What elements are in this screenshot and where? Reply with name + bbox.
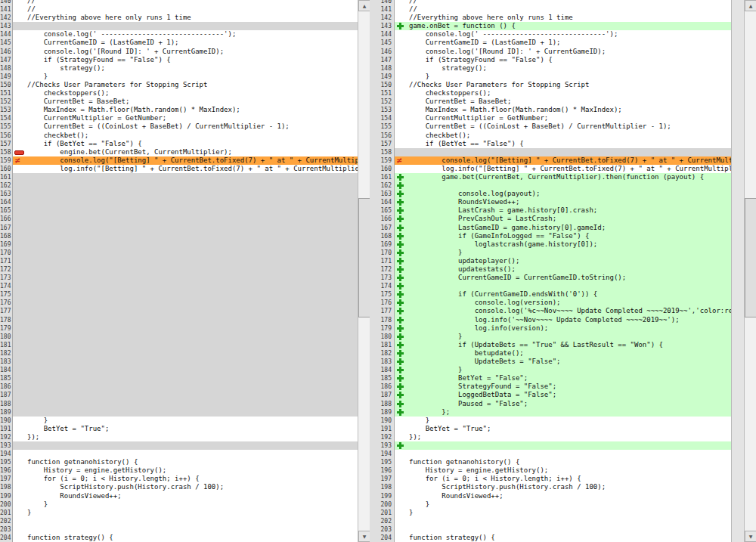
code-line[interactable]: 157 if (BetYet == "False") {: [370, 140, 731, 148]
code-line[interactable]: 171 updateplayer();: [370, 257, 731, 265]
code-line[interactable]: 141//: [370, 5, 731, 14]
code-line[interactable]: 186 StrategyFound = "False";: [370, 382, 731, 391]
code-line[interactable]: 158: [370, 148, 731, 156]
code-line[interactable]: 170 }: [370, 249, 731, 257]
code-line[interactable]: 195function getnanohistory() {: [0, 458, 358, 466]
code-line[interactable]: 187: [0, 391, 358, 399]
code-line[interactable]: 168: [0, 232, 358, 240]
scroll-down-icon[interactable]: ▼: [745, 531, 756, 542]
code-line[interactable]: 177: [0, 307, 358, 315]
code-line[interactable]: 203: [0, 525, 358, 534]
code-line[interactable]: 155 CurrentBet = ((CoinLost + BaseBet) /…: [370, 122, 731, 131]
code-line[interactable]: 163 console.log(payout);: [370, 190, 731, 198]
code-line[interactable]: 190 }: [370, 417, 731, 425]
code-line[interactable]: 149 }: [0, 73, 358, 81]
code-line[interactable]: 184: [0, 366, 358, 374]
code-line[interactable]: 175 if (CurrentGameID.endsWith('0')) {: [370, 290, 731, 299]
code-line[interactable]: 187 LoggedBetData = "False";: [370, 391, 731, 399]
code-line[interactable]: 201}: [0, 509, 358, 517]
code-line[interactable]: 161: [0, 173, 358, 181]
code-line[interactable]: 175: [0, 290, 358, 299]
code-line[interactable]: 173 CurrentGameID = CurrentGameID.toStri…: [370, 274, 731, 282]
code-line[interactable]: 173: [0, 274, 358, 282]
code-line[interactable]: 143: [0, 22, 358, 30]
code-line[interactable]: 169 loglastcrash(game.history[0]);: [370, 240, 731, 249]
code-line[interactable]: 193: [370, 441, 731, 450]
code-line[interactable]: 201}: [370, 509, 731, 517]
code-line[interactable]: 182: [0, 349, 358, 358]
code-line[interactable]: 176 console.log(version);: [370, 299, 731, 307]
code-line[interactable]: 156 checkbet();: [370, 132, 731, 140]
code-line[interactable]: 145 CurrentGameID = (LastGameID + 1);: [0, 39, 358, 47]
code-line[interactable]: 151 checkstoppers();: [370, 89, 731, 98]
code-line[interactable]: 165: [0, 206, 358, 215]
code-line[interactable]: 178 log.info('~~Nov~~~~ Update Completed…: [370, 316, 731, 324]
code-line[interactable]: 154 CurrentMultiplier = GetNumber;: [0, 114, 358, 122]
code-line[interactable]: 199 RoundsViewed++;: [0, 492, 358, 500]
code-line[interactable]: 179 log.info(version);: [370, 324, 731, 333]
code-line[interactable]: 197 for (i = 0; i < History.length; i++)…: [0, 475, 358, 483]
code-line[interactable]: 171: [0, 257, 358, 265]
code-line[interactable]: 164 RoundsViewed++;: [370, 198, 731, 206]
code-line[interactable]: 144 console.log(' ----------------------…: [370, 30, 731, 39]
code-line[interactable]: 144 console.log(' ----------------------…: [0, 30, 358, 39]
code-line[interactable]: 193: [0, 441, 358, 450]
code-line[interactable]: 154 CurrentMultiplier = GetNumber;: [370, 114, 731, 122]
code-line[interactable]: 177 console.log('%c~~Nov~~~~ Update Comp…: [370, 307, 731, 315]
code-line[interactable]: 204function strategy() {: [370, 534, 731, 542]
code-line[interactable]: 145 CurrentGameID = (LastGameID + 1);: [370, 39, 731, 47]
code-line[interactable]: 153 MaxIndex = Math.floor(Math.random() …: [0, 106, 358, 114]
code-line[interactable]: 148 strategy();: [0, 64, 358, 73]
code-line[interactable]: 181 if (UpdateBets == "True" && LastResu…: [370, 341, 731, 349]
code-line[interactable]: 147 if (StrategyFound == "False") {: [370, 56, 731, 64]
code-line[interactable]: 189: [0, 408, 358, 417]
code-line[interactable]: 167: [0, 224, 358, 232]
code-line[interactable]: 192});: [370, 433, 731, 441]
code-line[interactable]: 183 UpdateBets = "False";: [370, 358, 731, 366]
code-line[interactable]: 150//Checks User Parameters for Stopping…: [0, 81, 358, 89]
code-line[interactable]: 148 strategy();: [370, 64, 731, 73]
code-line[interactable]: 157 if (BetYet == "False") {: [0, 140, 358, 148]
code-line[interactable]: 167 LastGameID = game.history[0].gameId;: [370, 224, 731, 232]
code-line[interactable]: 150//Checks User Parameters for Stopping…: [370, 81, 731, 89]
code-line[interactable]: 162: [370, 181, 731, 190]
code-line[interactable]: 156 checkbet();: [0, 132, 358, 140]
code-line[interactable]: 142//Everything above here only runs 1 t…: [370, 14, 731, 22]
code-line[interactable]: 172 updatestats();: [370, 265, 731, 274]
code-line[interactable]: 146 console.log('[Round ID]: ' + Current…: [0, 48, 358, 56]
code-line[interactable]: 185 BetYet = "False";: [370, 374, 731, 382]
code-line[interactable]: 195function getnanohistory() {: [370, 458, 731, 466]
code-line[interactable]: 153 MaxIndex = Math.floor(Math.random() …: [370, 106, 731, 114]
code-line[interactable]: 190 }: [0, 417, 358, 425]
code-line[interactable]: 160 log.info("[Betting] " + CurrentBet.t…: [0, 165, 358, 173]
code-line[interactable]: 185: [0, 374, 358, 382]
code-line[interactable]: 188: [0, 400, 358, 408]
code-line[interactable]: 169: [0, 240, 358, 249]
code-line[interactable]: 176: [0, 299, 358, 307]
code-line[interactable]: 180 }: [370, 333, 731, 341]
code-line[interactable]: 159 console.log("[Betting] " + CurrentBe…: [0, 156, 358, 165]
code-line[interactable]: 198 ScriptHistory.push(History.crash / 1…: [370, 483, 731, 491]
code-line[interactable]: 188 Paused = "False";: [370, 400, 731, 408]
code-line[interactable]: 164: [0, 198, 358, 206]
code-line[interactable]: 194: [0, 450, 358, 458]
code-line[interactable]: 174: [370, 282, 731, 290]
code-line[interactable]: 200 }: [0, 500, 358, 509]
code-line[interactable]: 141//: [0, 5, 358, 14]
code-line[interactable]: 191 BetYet = "True";: [370, 425, 731, 433]
left-pane-scrollbar[interactable]: ▲ ▼: [358, 0, 370, 542]
code-line[interactable]: 168 if (GameInfoLogged == "False") {: [370, 232, 731, 240]
code-line[interactable]: 191 BetYet = "True";: [0, 425, 358, 433]
code-line[interactable]: 174: [0, 282, 358, 290]
code-line[interactable]: 165 LastCrash = game.history[0].crash;: [370, 206, 731, 215]
scroll-up-icon[interactable]: ▲: [745, 0, 756, 11]
code-line[interactable]: 178: [0, 316, 358, 324]
code-line[interactable]: 151 checkstoppers();: [0, 89, 358, 98]
code-line[interactable]: 204function strategy() {: [0, 534, 358, 542]
code-line[interactable]: 184 }: [370, 366, 731, 374]
code-line[interactable]: 196 History = engine.getHistory();: [0, 466, 358, 475]
code-line[interactable]: 146 console.log('[Round ID]: ' + Current…: [370, 48, 731, 56]
code-line[interactable]: 200 }: [370, 500, 731, 509]
code-line[interactable]: 155 CurrentBet = ((CoinLost + BaseBet) /…: [0, 122, 358, 131]
code-line[interactable]: 149 }: [370, 73, 731, 81]
